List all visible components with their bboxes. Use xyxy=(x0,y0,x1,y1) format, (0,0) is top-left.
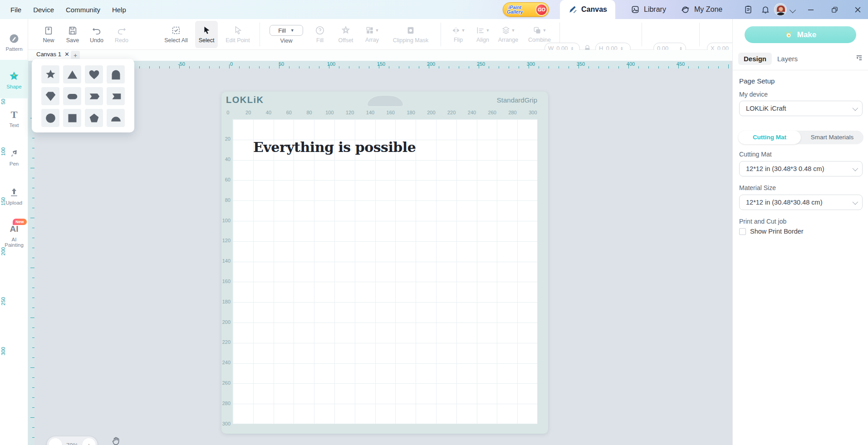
shape-flyout-panel xyxy=(32,59,134,132)
window-minimize-button[interactable] xyxy=(800,0,821,19)
mat-notch xyxy=(367,95,404,107)
align-button[interactable]: ▼ Align xyxy=(470,21,495,48)
shape-star[interactable] xyxy=(41,65,59,83)
toolbar-separator xyxy=(699,23,700,46)
menu-device[interactable]: Device xyxy=(28,4,59,15)
mat-scale-label: 280 xyxy=(221,393,230,413)
zoom-out-button[interactable]: − xyxy=(49,438,62,445)
make-wand-icon xyxy=(785,30,794,39)
sidebar-item-pattern[interactable]: Pattern xyxy=(0,33,28,52)
make-button[interactable]: Make xyxy=(745,26,856,43)
tab-library[interactable]: Library xyxy=(623,0,674,19)
cutting-mat-value: 12*12 in (30.48*3 0.48 cm) xyxy=(746,165,824,172)
material-size-value: 12*12 in (30.48*30.48 cm) xyxy=(746,199,822,206)
zoom-in-button[interactable]: + xyxy=(82,438,96,445)
select-all-label: Select All xyxy=(164,37,187,44)
redo-button[interactable]: Redo xyxy=(111,21,132,48)
tab-canvas[interactable]: Canvas xyxy=(560,0,615,19)
align-label: Align xyxy=(476,37,489,43)
cutting-mat-select[interactable]: 12*12 in (30.48*3 0.48 cm) xyxy=(739,161,863,176)
material-size-select[interactable]: 12*12 in (30.48*30.48 cm) xyxy=(739,195,863,210)
mat-scale-label: 80 xyxy=(221,190,230,210)
flip-caret-icon: ▼ xyxy=(461,28,466,33)
shape-flag[interactable] xyxy=(85,87,103,105)
mat-grid[interactable]: Everything is possible xyxy=(232,119,538,424)
pan-hand-icon[interactable] xyxy=(111,436,121,445)
undo-label: Undo xyxy=(90,37,103,44)
go-button[interactable]: GO xyxy=(535,4,548,16)
mat-mode-segmented-control: Cutting Mat Smart Materials xyxy=(738,131,863,144)
add-canvas-button[interactable]: + xyxy=(71,51,80,59)
window-close-button[interactable] xyxy=(847,0,868,19)
select-button[interactable]: Select xyxy=(195,21,218,48)
mat-scale-label: 120 xyxy=(340,110,360,115)
canvas-workspace[interactable]: LOKLiK StandardGrip 02040608010012014016… xyxy=(34,68,732,445)
avatar-chevron-down-icon[interactable] xyxy=(790,7,796,13)
shape-circle[interactable] xyxy=(41,109,59,127)
window-restore-button[interactable] xyxy=(824,0,845,19)
notes-icon[interactable] xyxy=(743,5,753,15)
ipaint-gallery-badge[interactable]: iPaint Gallery GO xyxy=(503,2,549,17)
user-avatar[interactable] xyxy=(774,3,787,16)
mat-scale-label: 20 xyxy=(238,110,259,115)
array-button[interactable]: ▼ Array xyxy=(359,21,385,48)
canvas-tab-1[interactable]: Canvas 1 ✕ xyxy=(36,51,69,58)
align-caret-icon: ▼ xyxy=(486,28,490,33)
shape-arch[interactable] xyxy=(107,65,125,83)
notification-bell-icon[interactable] xyxy=(760,5,770,15)
mat-scale-label: 280 xyxy=(502,110,523,115)
show-print-border-checkbox[interactable] xyxy=(739,228,746,235)
show-print-border-label: Show Print Border xyxy=(750,228,804,235)
shape-rounded-rect[interactable] xyxy=(63,87,81,105)
h-ruler-label: 350 xyxy=(556,61,606,67)
canvas-text-object[interactable]: Everything is possible xyxy=(253,139,416,155)
menu-bar: File Device Community Help iPaint Galler… xyxy=(0,0,868,19)
shape-gem[interactable] xyxy=(41,87,59,105)
menu-items: File Device Community Help xyxy=(5,0,131,19)
mat-scale-label: 80 xyxy=(299,110,319,115)
clipping-mask-button[interactable]: Clipping Mask xyxy=(387,21,434,48)
shape-square[interactable] xyxy=(63,109,81,127)
offset-label: Offset xyxy=(338,37,353,44)
flip-button[interactable]: ▼ Flip xyxy=(446,21,470,48)
undo-button[interactable]: Undo xyxy=(85,21,108,48)
edit-point-button[interactable]: Edit Point xyxy=(221,21,255,48)
collapse-panel-icon[interactable] xyxy=(855,54,863,64)
mat-scale-label: 140 xyxy=(360,110,381,115)
v-ruler-label: 100 xyxy=(0,148,28,155)
view-fill-dropdown[interactable]: Fill▼ View xyxy=(266,21,307,48)
mat-scale-label: 180 xyxy=(401,110,421,115)
mat-scale-label: 40 xyxy=(259,110,279,115)
make-label: Make xyxy=(797,30,817,39)
save-button[interactable]: Save xyxy=(62,21,83,48)
shape-banner[interactable] xyxy=(107,87,125,105)
view-caption: View xyxy=(280,38,293,44)
segment-cutting-mat[interactable]: Cutting Mat xyxy=(738,131,801,144)
canvas-tab-close-icon[interactable]: ✕ xyxy=(64,51,69,58)
segment-smart-materials[interactable]: Smart Materials xyxy=(801,131,863,144)
panel-divider xyxy=(733,70,868,70)
shape-pentagon[interactable] xyxy=(85,109,103,127)
cutting-mat-chevron-down-icon xyxy=(853,165,858,171)
device-select[interactable]: LOKLiK iCraft xyxy=(739,101,863,116)
tab-library-label: Library xyxy=(644,5,666,14)
arrange-button[interactable]: ▼ Arrange xyxy=(494,21,523,48)
menu-file[interactable]: File xyxy=(5,4,26,15)
shape-heart[interactable] xyxy=(85,65,103,83)
fill-tool-button[interactable]: Fill xyxy=(309,21,330,48)
v-ruler-label: 200 xyxy=(0,248,28,254)
tab-my-zone[interactable]: My Zone xyxy=(672,0,731,19)
menu-help[interactable]: Help xyxy=(107,4,131,15)
new-button[interactable]: New xyxy=(37,21,60,48)
mat-scale-label: 300 xyxy=(523,110,543,115)
select-label: Select xyxy=(199,37,215,44)
h-ruler-label: 400 xyxy=(606,61,656,67)
shape-triangle[interactable] xyxy=(63,65,81,83)
tab-design[interactable]: Design xyxy=(738,53,772,65)
select-all-button[interactable]: Select All xyxy=(159,21,193,48)
mat-scale-label: 260 xyxy=(482,110,502,115)
offset-button[interactable]: Offset xyxy=(333,21,358,48)
tab-layers[interactable]: Layers xyxy=(772,53,803,65)
shape-semicircle[interactable] xyxy=(107,109,125,127)
menu-community[interactable]: Community xyxy=(61,4,105,15)
